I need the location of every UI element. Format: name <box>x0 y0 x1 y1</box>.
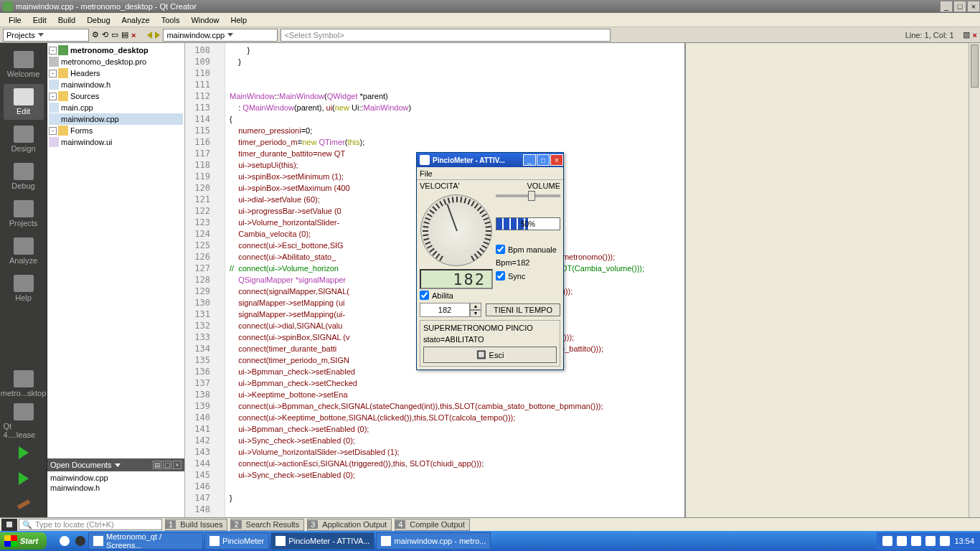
bpm-manual-checkbox[interactable]: Bpm manuale <box>496 245 560 254</box>
tab-build-issues[interactable]: 1Build Issues <box>165 519 227 531</box>
menu-window[interactable]: Window <box>185 14 225 26</box>
sync-icon[interactable]: ⟲ <box>102 30 108 39</box>
build-button[interactable] <box>9 494 38 514</box>
mode-design[interactable]: Design <box>4 121 44 157</box>
split-icon[interactable]: ▭ <box>111 30 118 39</box>
mode-welcome[interactable]: Welcome <box>4 47 44 83</box>
tray-icon[interactable] <box>897 536 907 546</box>
analyze-icon <box>14 237 34 255</box>
taskbar-item[interactable]: Metronomo_qt / Screens... <box>88 532 203 550</box>
run-button[interactable] <box>9 443 38 463</box>
expand-icon[interactable]: - <box>49 127 57 135</box>
volume-slider[interactable] <box>496 194 560 197</box>
taskbar-item-active[interactable]: PincioMeter - ATTIVA... <box>270 532 374 550</box>
file-combo[interactable]: mainwindow.cpp <box>163 29 278 42</box>
float-icon[interactable]: ▢ <box>163 461 171 469</box>
scrollbar-thumb[interactable] <box>971 44 979 88</box>
folder-icon <box>58 68 68 78</box>
split-icon[interactable]: ▤ <box>153 461 161 469</box>
open-doc-item[interactable]: mainwindow.h <box>49 483 183 493</box>
close-button[interactable]: × <box>967 1 980 12</box>
menu-edit[interactable]: Edit <box>27 14 52 26</box>
close-editor-icon[interactable]: × <box>973 31 977 39</box>
sync-checkbox[interactable]: Sync <box>496 271 560 281</box>
quick-launch-icon[interactable] <box>75 536 85 546</box>
windows-taskbar: Start Metronomo_qt / Screens... PincioMe… <box>0 531 980 551</box>
open-documents-list[interactable]: mainwindow.cpp mainwindow.h <box>47 471 184 517</box>
dialog-close-button[interactable]: × <box>550 154 563 166</box>
tray-icon[interactable] <box>925 536 936 546</box>
menu-file[interactable]: File <box>3 14 27 26</box>
tray-icon[interactable] <box>911 536 921 546</box>
tree-item[interactable]: mainwindow.h <box>61 80 110 89</box>
spin-down-icon[interactable]: ▼ <box>470 310 481 317</box>
slider-thumb[interactable] <box>528 191 535 201</box>
abilita-checkbox[interactable]: Abilita <box>420 291 560 300</box>
quick-launch-icon[interactable] <box>60 536 70 546</box>
code-editor[interactable]: 1081091101111121131141151161171181191201… <box>185 43 980 517</box>
nav-back-icon[interactable] <box>147 32 152 39</box>
projects-combo[interactable]: Projects <box>3 29 89 42</box>
dialog-maximize-button[interactable]: □ <box>537 154 550 166</box>
tab-compile-output[interactable]: 4Compile Output <box>395 519 470 531</box>
split-editor-icon[interactable]: ▥ <box>963 30 970 39</box>
kit-selector-1[interactable]: metro...sktop <box>4 366 44 402</box>
expand-icon[interactable]: - <box>49 70 57 77</box>
output-toggle[interactable] <box>1 519 17 531</box>
menu-build[interactable]: Build <box>52 14 81 26</box>
esci-button[interactable]: 🔲Esci <box>423 347 557 363</box>
line-gutter: 1081091101111121131141151161171181191201… <box>185 43 225 517</box>
bpm-spinbox[interactable]: ▲▼ <box>420 303 481 317</box>
tray-icon[interactable] <box>940 536 950 546</box>
clock[interactable]: 13:54 <box>954 537 974 545</box>
open-doc-item[interactable]: mainwindow.cpp <box>49 473 183 483</box>
mode-edit[interactable]: Edit <box>4 84 44 120</box>
open-documents-header[interactable]: Open Documents ▤ ▢ × <box>47 458 184 471</box>
tree-item[interactable]: Sources <box>70 92 99 100</box>
mode-help[interactable]: Help <box>4 270 44 306</box>
kit-selector-2[interactable]: Qt 4....lease <box>4 403 44 439</box>
tree-item[interactable]: mainwindow.ui <box>61 138 113 146</box>
menu-tools[interactable]: Tools <box>156 14 186 26</box>
tab-search-results[interactable]: 2Search Results <box>230 519 304 531</box>
symbol-combo[interactable]: <Select Symbol> <box>281 29 611 42</box>
dialog-titlebar[interactable]: PincioMeter - ATTIV... _ □ × <box>417 153 563 167</box>
minimize-button[interactable]: _ <box>940 1 953 12</box>
tree-item[interactable]: Headers <box>70 69 100 77</box>
taskbar-item[interactable]: PincioMeter <box>204 532 269 550</box>
spin-up-icon[interactable]: ▲ <box>470 303 481 310</box>
tab-application-output[interactable]: 3Application Output <box>307 519 392 531</box>
mode-analyze[interactable]: Analyze <box>4 233 44 269</box>
tree-item[interactable]: metronomo_desktop.pro <box>61 57 146 66</box>
tree-item[interactable]: main.cpp <box>61 103 93 112</box>
tree-item[interactable]: Forms <box>70 126 93 135</box>
maximize-button[interactable]: □ <box>953 1 966 12</box>
velocity-dial[interactable] <box>420 194 492 266</box>
taskbar-item[interactable]: mainwindow.cpp - metro... <box>376 532 491 550</box>
tree-item[interactable]: mainwindow.cpp <box>61 115 119 123</box>
start-button[interactable]: Start <box>0 532 47 550</box>
dialog-minimize-button[interactable]: _ <box>523 154 536 166</box>
locator-input[interactable]: 🔍Type to locate (Ctrl+K) <box>19 519 162 530</box>
nav-fwd-icon[interactable] <box>155 32 160 39</box>
tree-root[interactable]: metronomo_desktop <box>70 46 149 55</box>
menu-debug[interactable]: Debug <box>81 14 116 26</box>
menu-analyze[interactable]: Analyze <box>116 14 156 26</box>
close-doc-icon[interactable]: × <box>131 31 136 39</box>
vertical-scrollbar[interactable] <box>969 43 980 517</box>
folder-icon <box>58 91 68 101</box>
collapse-icon[interactable]: ▤ <box>121 30 128 39</box>
project-tree[interactable]: -metronomo_desktop metronomo_desktop.pro… <box>47 43 184 458</box>
dialog-menu-file[interactable]: File <box>420 169 433 178</box>
menu-help[interactable]: Help <box>225 14 253 26</box>
tray-icon[interactable] <box>882 536 892 546</box>
expand-icon[interactable]: - <box>49 47 57 55</box>
filter-icon[interactable]: ⚙ <box>92 30 99 39</box>
close-panel-icon[interactable]: × <box>173 461 182 469</box>
mode-projects[interactable]: Projects <box>4 196 44 232</box>
system-tray[interactable]: 13:54 <box>877 532 980 550</box>
mode-debug[interactable]: Debug <box>4 159 44 194</box>
tieni-tempo-button[interactable]: TIENI IL TEMPO <box>486 303 560 316</box>
expand-icon[interactable]: - <box>49 93 57 100</box>
run-debug-button[interactable] <box>9 468 38 489</box>
